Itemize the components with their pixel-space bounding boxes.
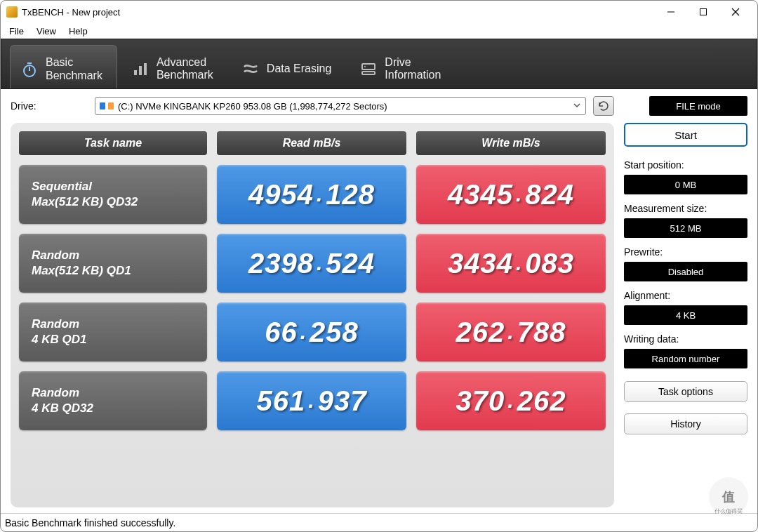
app-icon (6, 6, 18, 18)
task-cell: Random4 KB QD32 (19, 371, 207, 430)
tab-label: Information (385, 69, 441, 81)
side-panel: Start Start position: 0 MB Measurement s… (624, 123, 747, 507)
svg-rect-10 (362, 64, 375, 69)
read-value: 2398.524 (217, 234, 406, 293)
drive-select[interactable]: (C:) NVMe KINGBANK KP260 953.08 GB (1,99… (95, 97, 586, 115)
drive-value: (C:) NVMe KINGBANK KP260 953.08 GB (1,99… (118, 101, 387, 112)
read-value: 561.937 (217, 371, 406, 430)
write-value: 3434.083 (416, 234, 606, 293)
read-value: 4954.128 (217, 165, 406, 224)
erase-icon (241, 60, 260, 78)
tab-label: Benchmark (157, 69, 213, 81)
header-write: Write mB/s (416, 131, 606, 155)
result-row: Random4 KB QD166.258262.788 (19, 302, 606, 361)
prewrite-value[interactable]: Disabled (624, 262, 747, 281)
drive-icon (359, 60, 378, 78)
history-button[interactable]: History (624, 413, 747, 434)
task-line2: Max(512 KB) QD32 (32, 194, 194, 210)
wdata-value[interactable]: Random number (624, 349, 747, 368)
results-panel: Task name Read mB/s Write mB/s Sequentia… (11, 123, 614, 507)
drive-label: Drive: (11, 100, 88, 112)
result-row: RandomMax(512 KB) QD12398.5243434.083 (19, 234, 606, 293)
statusbar: Basic Benchmark finished successfully. (1, 513, 757, 531)
task-line1: Random (32, 317, 194, 332)
tab-advanced-benchmark[interactable]: AdvancedBenchmark (121, 45, 227, 88)
svg-rect-7 (134, 70, 137, 75)
file-mode-button[interactable]: FILE mode (649, 96, 747, 116)
task-line2: Max(512 KB) QD1 (32, 263, 194, 279)
read-value: 66.258 (217, 302, 406, 361)
tab-basic-benchmark[interactable]: BasicBenchmark (10, 45, 117, 88)
write-value: 370.262 (416, 371, 606, 430)
task-line1: Random (32, 385, 194, 401)
refresh-icon (597, 100, 610, 112)
task-line2: 4 KB QD32 (32, 401, 194, 416)
maximize-button[interactable] (687, 1, 719, 23)
svg-point-11 (364, 66, 366, 67)
stopwatch-icon (20, 60, 39, 79)
task-cell: SequentialMax(512 KB) QD32 (19, 165, 207, 224)
tab-data-erasing[interactable]: Data Erasing (232, 45, 346, 88)
task-options-button[interactable]: Task options (624, 381, 747, 402)
task-cell: RandomMax(512 KB) QD1 (19, 234, 207, 293)
startpos-label: Start position: (624, 159, 747, 171)
svg-rect-8 (139, 66, 142, 75)
tab-label: Benchmark (46, 69, 102, 82)
start-button[interactable]: Start (624, 123, 747, 147)
minimize-button[interactable] (655, 1, 687, 23)
msize-value[interactable]: 512 MB (624, 218, 747, 238)
wdata-label: Writing data: (624, 333, 747, 345)
tab-label: Data Erasing (267, 62, 332, 75)
header-read: Read mB/s (217, 131, 406, 155)
svg-rect-12 (362, 72, 375, 74)
startpos-value[interactable]: 0 MB (624, 175, 747, 194)
drive-small-icon (100, 101, 114, 111)
close-button[interactable] (719, 1, 752, 23)
msize-label: Measurement size: (624, 203, 747, 214)
header-task: Task name (19, 131, 207, 155)
write-value: 262.788 (416, 302, 606, 361)
menubar: File View Help (1, 23, 757, 39)
titlebar: TxBENCH - New project (1, 1, 757, 23)
result-row: SequentialMax(512 KB) QD324954.1284345.8… (19, 165, 606, 224)
drive-row: Drive: (C:) NVMe KINGBANK KP260 953.08 G… (1, 89, 757, 123)
svg-rect-9 (144, 63, 147, 75)
tab-label: Drive (385, 56, 441, 69)
task-cell: Random4 KB QD1 (19, 302, 207, 361)
status-text: Basic Benchmark finished successfully. (5, 517, 175, 528)
write-value: 4345.824 (416, 165, 606, 224)
result-row: Random4 KB QD32561.937370.262 (19, 371, 606, 430)
align-label: Alignment: (624, 290, 747, 301)
task-line1: Sequential (32, 179, 194, 194)
refresh-button[interactable] (593, 96, 614, 116)
tabbar: BasicBenchmark AdvancedBenchmark Data Er… (1, 39, 757, 89)
chevron-down-icon (573, 101, 581, 112)
tab-drive-information[interactable]: DriveInformation (350, 45, 455, 88)
task-line1: Random (32, 248, 194, 263)
tab-label: Basic (46, 56, 102, 69)
align-value[interactable]: 4 KB (624, 305, 747, 325)
tab-label: Advanced (157, 56, 213, 69)
menu-file[interactable]: File (9, 26, 24, 36)
window-title: TxBENCH - New project (22, 7, 120, 18)
menu-view[interactable]: View (36, 26, 56, 36)
task-line2: 4 KB QD1 (32, 332, 194, 347)
bars-icon (131, 60, 149, 78)
menu-help[interactable]: Help (69, 26, 88, 36)
svg-rect-1 (700, 9, 707, 15)
prewrite-label: Prewrite: (624, 246, 747, 258)
